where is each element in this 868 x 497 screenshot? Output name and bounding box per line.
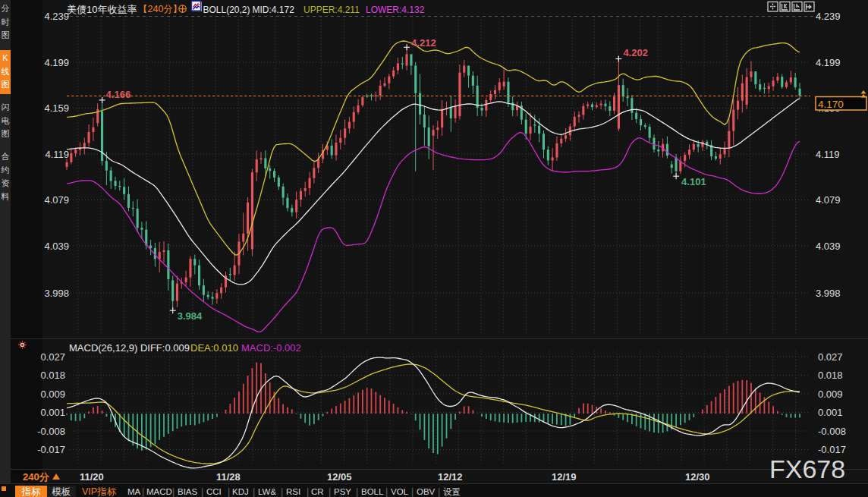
svg-text:-0.017: -0.017 bbox=[818, 444, 846, 455]
svg-text:BOLL(20,2): BOLL(20,2) bbox=[203, 5, 250, 15]
svg-text:3.998: 3.998 bbox=[44, 288, 69, 299]
svg-text:12/19: 12/19 bbox=[552, 471, 577, 483]
svg-text:UPPER:4.211: UPPER:4.211 bbox=[303, 5, 360, 15]
svg-text:4.239: 4.239 bbox=[816, 11, 841, 22]
svg-text:-0.008: -0.008 bbox=[37, 426, 65, 437]
svg-text:4.079: 4.079 bbox=[816, 194, 841, 206]
svg-text:4.119: 4.119 bbox=[816, 149, 840, 160]
svg-text:0.001: 0.001 bbox=[818, 407, 843, 418]
svg-text:4.039: 4.039 bbox=[44, 241, 69, 252]
svg-text:11/28: 11/28 bbox=[216, 471, 241, 483]
svg-text:0.001: 0.001 bbox=[40, 407, 65, 418]
svg-text:4.239: 4.239 bbox=[44, 11, 69, 22]
svg-text:3.984: 3.984 bbox=[178, 310, 203, 322]
svg-text:4.119: 4.119 bbox=[45, 149, 69, 160]
svg-text:11/20: 11/20 bbox=[80, 471, 104, 483]
svg-text:4.101: 4.101 bbox=[681, 176, 706, 187]
svg-text:4.039: 4.039 bbox=[816, 241, 841, 252]
svg-text:LOWER:4.132: LOWER:4.132 bbox=[366, 5, 425, 15]
svg-text:12/12: 12/12 bbox=[438, 471, 463, 483]
svg-text:4.199: 4.199 bbox=[816, 57, 841, 68]
svg-text:DEA:0.010: DEA:0.010 bbox=[190, 342, 238, 354]
svg-text:4.212: 4.212 bbox=[411, 37, 436, 49]
svg-text:4.159: 4.159 bbox=[44, 102, 69, 114]
svg-text:0.018: 0.018 bbox=[40, 370, 65, 381]
svg-text:4.199: 4.199 bbox=[44, 57, 69, 68]
svg-text:FX678: FX678 bbox=[769, 455, 845, 483]
svg-text:MACD(26,12,9) DIFF:0.009: MACD(26,12,9) DIFF:0.009 bbox=[69, 342, 190, 354]
svg-text:0.009: 0.009 bbox=[818, 388, 843, 400]
svg-text:12/05: 12/05 bbox=[327, 471, 352, 483]
svg-text:4.170: 4.170 bbox=[818, 99, 844, 110]
svg-text:4.202: 4.202 bbox=[623, 47, 648, 58]
svg-text:4.079: 4.079 bbox=[44, 194, 69, 206]
svg-text:【240分】: 【240分】 bbox=[138, 4, 182, 14]
svg-text:0.018: 0.018 bbox=[818, 370, 843, 381]
svg-text:-0.008: -0.008 bbox=[818, 426, 846, 437]
svg-text:0.027: 0.027 bbox=[818, 351, 843, 363]
svg-text:美债10年收益率: 美债10年收益率 bbox=[67, 4, 137, 15]
svg-text:240分: 240分 bbox=[23, 471, 50, 483]
svg-text:0.009: 0.009 bbox=[40, 388, 65, 400]
svg-text:12/30: 12/30 bbox=[685, 471, 710, 483]
svg-text:MID:4.172: MID:4.172 bbox=[253, 5, 295, 15]
svg-text:-0.017: -0.017 bbox=[37, 444, 65, 455]
svg-text:MACD:-0.002: MACD:-0.002 bbox=[241, 342, 301, 354]
svg-text:3.998: 3.998 bbox=[816, 288, 841, 299]
svg-text:4.166: 4.166 bbox=[106, 89, 131, 100]
svg-text:0.027: 0.027 bbox=[40, 351, 65, 363]
